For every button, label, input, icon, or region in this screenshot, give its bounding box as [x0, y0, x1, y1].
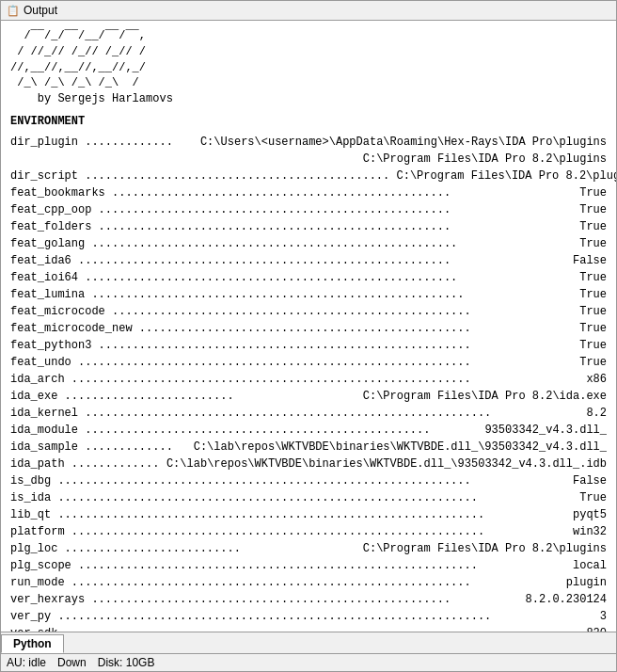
- title-label: Output: [24, 4, 57, 17]
- env-value: pyqt5: [573, 506, 607, 523]
- env-dots: .............: [78, 439, 194, 456]
- env-value: plugin: [566, 574, 607, 591]
- env-dots: ........................................…: [65, 371, 587, 388]
- env-key: feat_python3: [10, 337, 91, 354]
- status-bar: AU: idleDownDisk: 10GB: [0, 654, 617, 672]
- env-row: feat_python3 ...........................…: [10, 337, 607, 354]
- env-value: 820: [586, 625, 607, 632]
- env-dots: ........................................…: [78, 269, 579, 286]
- env-row: feat_folders ...........................…: [10, 218, 607, 235]
- env-key: feat_cpp_oop: [10, 201, 91, 218]
- env-dots: .............: [65, 456, 166, 472]
- env-dots: ........................................…: [51, 489, 579, 506]
- env-value: True: [579, 337, 607, 354]
- env-value: C:\Users\<username>\AppData\Roaming\Hex-…: [200, 134, 607, 151]
- env-row: dir_script .............................…: [10, 168, 607, 184]
- env-key: ida_kernel: [10, 405, 78, 422]
- env-value: 8.2: [586, 405, 607, 422]
- env-row: run_mode ...............................…: [10, 574, 607, 591]
- env-key: lib_qt: [10, 506, 51, 523]
- env-value: C:\Program Files\IDA Pro 8.2\plugins: [363, 151, 607, 168]
- env-key: dir_plugin: [10, 134, 78, 151]
- env-key: ida_arch: [10, 371, 65, 388]
- env-key: ida_module: [10, 422, 78, 439]
- env-row: feat_golang ............................…: [10, 235, 607, 252]
- env-dots: ........................................…: [51, 506, 573, 523]
- env-value: local: [573, 557, 607, 574]
- env-value: False: [573, 252, 607, 269]
- env-key: ver_py: [10, 608, 51, 625]
- env-dots: ........................................…: [91, 337, 579, 354]
- env-key: ida_exe: [10, 388, 57, 405]
- env-dots: ..........................: [57, 540, 362, 557]
- env-row: feat_ioi64 .............................…: [10, 269, 607, 286]
- env-dots: ........................................…: [85, 235, 579, 252]
- env-key: dir_script: [10, 168, 78, 184]
- tab-python[interactable]: Python: [1, 634, 64, 653]
- env-dots: .............: [78, 134, 200, 151]
- env-key: feat_lumina: [10, 286, 85, 303]
- env-key: is_ida: [10, 489, 51, 506]
- env-dots: ........................................…: [105, 184, 579, 201]
- env-value: True: [579, 320, 607, 337]
- env-value: 93503342_v4.3.dll_: [484, 422, 607, 439]
- env-key: platform: [10, 523, 65, 540]
- env-key: ida_path: [10, 456, 65, 472]
- env-key: ida_sample: [10, 439, 78, 456]
- env-dots: ........................................…: [57, 625, 586, 632]
- env-dots: ........................................…: [65, 523, 573, 540]
- env-row: dir_plugin ............. C:\Users\<usern…: [10, 134, 607, 151]
- env-key: ver_hexrays: [10, 591, 85, 608]
- env-dots: ........................................…: [71, 557, 573, 574]
- env-dots: ........................................…: [105, 303, 579, 320]
- env-value: C:\Program Files\IDA Pro 8.2\ida.exe: [363, 388, 607, 405]
- env-value: True: [579, 303, 607, 320]
- env-dots: .........................: [57, 388, 362, 405]
- env-row: ida_path ............. C:\lab\repos\WKTV…: [10, 456, 607, 472]
- env-row: feat_microcode .........................…: [10, 303, 607, 320]
- env-row: is_dbg .................................…: [10, 472, 607, 489]
- env-dots: ........................................…: [85, 286, 579, 303]
- env-value: C:\Program Files\IDA Pro 8.2\plugins: [363, 540, 607, 557]
- env-key: feat_microcode: [10, 303, 105, 320]
- tab-bar: Python: [1, 632, 616, 653]
- env-table: dir_plugin ............. C:\Users\<usern…: [10, 134, 607, 632]
- main-area: /‾‾/_/‾‾/__/‾‾/‾‾, / //_// /_// /_// / /…: [0, 21, 617, 654]
- env-row: feat_microcode_new .....................…: [10, 320, 607, 337]
- status-item: Disk: 10GB: [98, 656, 155, 669]
- env-dots: [10, 151, 363, 168]
- env-value: win32: [573, 523, 607, 540]
- env-value: C:\Program Files\IDA Pro 8.2\plugins: [396, 168, 616, 184]
- env-key: is_dbg: [10, 472, 51, 489]
- env-row: feat_ida6 ..............................…: [10, 252, 607, 269]
- env-dots: ........................................…: [71, 252, 573, 269]
- section-label: ENVIRONMENT: [10, 115, 607, 128]
- env-value: C:\lab\repos\WKTVBDE\binaries\WKTVBDE.dl…: [166, 456, 607, 472]
- env-key: plg_scope: [10, 557, 71, 574]
- env-value: 8.2.0.230124: [526, 591, 607, 608]
- env-value: True: [579, 269, 607, 286]
- env-key: feat_undo: [10, 354, 71, 371]
- env-row: C:\Program Files\IDA Pro 8.2\plugins: [10, 151, 607, 168]
- env-key: ver_sdk: [10, 625, 57, 632]
- env-dots: ........................................…: [78, 405, 586, 422]
- env-key: feat_bookmarks: [10, 184, 105, 201]
- env-value: C:\lab\repos\WKTVBDE\binaries\WKTVBDE.dl…: [194, 439, 607, 456]
- env-dots: ........................................…: [78, 168, 396, 184]
- env-row: platform ...............................…: [10, 523, 607, 540]
- env-value: True: [579, 184, 607, 201]
- env-row: feat_undo ..............................…: [10, 354, 607, 371]
- env-dots: ........................................…: [71, 354, 579, 371]
- env-dots: ........................................…: [51, 608, 600, 625]
- env-row: feat_bookmarks .........................…: [10, 184, 607, 201]
- env-key: feat_folders: [10, 218, 91, 235]
- env-key: feat_ioi64: [10, 269, 78, 286]
- env-row: ver_sdk ................................…: [10, 625, 607, 632]
- env-dots: ........................................…: [85, 591, 525, 608]
- env-row: ida_arch ...............................…: [10, 371, 607, 388]
- env-row: feat_cpp_oop ...........................…: [10, 201, 607, 218]
- env-row: plg_scope ..............................…: [10, 557, 607, 574]
- env-row: feat_lumina ............................…: [10, 286, 607, 303]
- env-key: feat_microcode_new: [10, 320, 133, 337]
- env-row: plg_loc .......................... C:\Pr…: [10, 540, 607, 557]
